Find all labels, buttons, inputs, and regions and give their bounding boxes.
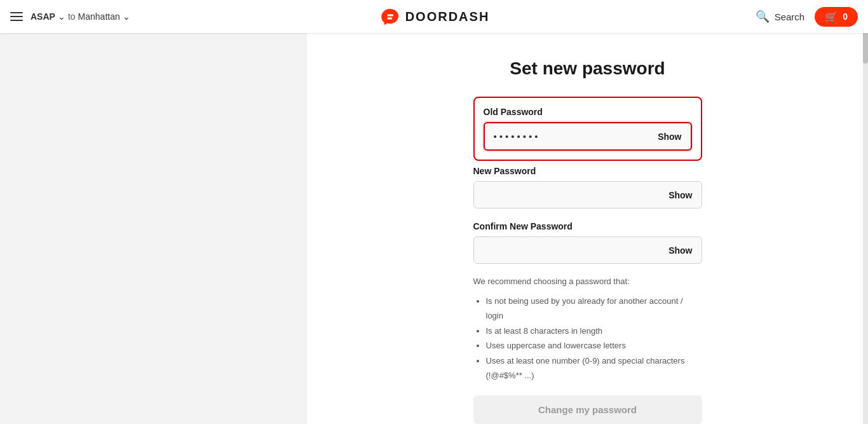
location-city-label: Manhattan xyxy=(78,11,120,22)
header-right: 🔍 Search 🛒 0 xyxy=(756,7,858,27)
list-item: Uses at least one number (0-9) and speci… xyxy=(486,353,702,383)
new-password-field-wrapper: Show xyxy=(473,181,702,209)
main-content: Set new password Old Password Show New P… xyxy=(0,33,868,424)
location-to-label: to xyxy=(68,11,76,22)
confirm-password-label: Confirm New Password xyxy=(473,221,702,231)
old-password-section: Old Password Show xyxy=(473,97,702,161)
old-password-label: Old Password xyxy=(484,107,692,117)
scrollbar-track[interactable] xyxy=(863,0,868,424)
cart-icon: 🛒 xyxy=(825,11,837,23)
form-section: Old Password Show New Password Show Conf… xyxy=(473,97,702,424)
confirm-password-group: Confirm New Password Show xyxy=(473,221,702,264)
hamburger-menu-icon[interactable] xyxy=(10,12,23,21)
header-left: ASAP ⌄ to Manhattan ⌄ xyxy=(10,11,130,22)
search-button[interactable]: 🔍 Search xyxy=(756,10,805,24)
form-panel: Set new password Old Password Show New P… xyxy=(307,33,868,424)
recommendation-list: Is not being used by you already for ano… xyxy=(473,294,702,383)
confirm-password-show-button[interactable]: Show xyxy=(660,245,701,256)
new-password-input[interactable] xyxy=(474,182,660,208)
cart-count: 0 xyxy=(843,11,848,22)
confirm-password-field-wrapper: Show xyxy=(473,236,702,264)
new-password-group: New Password Show xyxy=(473,166,702,209)
search-label: Search xyxy=(775,11,805,22)
search-icon: 🔍 xyxy=(756,10,770,24)
location-chevron-icon: ⌄ xyxy=(58,11,65,22)
recommendation-text: We recommend choosing a password that: xyxy=(473,277,702,286)
change-password-button[interactable]: Change my password xyxy=(473,395,702,424)
doordash-logo-icon xyxy=(379,8,402,25)
list-item: Is not being used by you already for ano… xyxy=(486,294,702,324)
location-selector[interactable]: ASAP ⌄ to Manhattan ⌄ xyxy=(31,11,130,22)
list-item: Is at least 8 characters in length xyxy=(486,324,702,338)
new-password-label: New Password xyxy=(473,166,702,176)
city-chevron-icon: ⌄ xyxy=(123,11,130,22)
header-logo[interactable]: DOORDASH xyxy=(379,8,490,25)
old-password-field-wrapper: Show xyxy=(484,122,692,151)
doordash-logo: DOORDASH xyxy=(379,8,490,25)
new-password-show-button[interactable]: Show xyxy=(660,190,701,200)
doordash-logo-text: DOORDASH xyxy=(405,10,490,24)
old-password-input[interactable] xyxy=(485,123,649,149)
cart-button[interactable]: 🛒 0 xyxy=(815,7,858,27)
left-panel xyxy=(0,33,307,424)
old-password-show-button[interactable]: Show xyxy=(649,132,690,142)
location-asap-label: ASAP xyxy=(31,11,55,22)
list-item: Uses uppercase and lowercase letters xyxy=(486,338,702,353)
confirm-password-input[interactable] xyxy=(474,237,660,263)
header: ASAP ⌄ to Manhattan ⌄ DOORDASH 🔍 Search … xyxy=(0,0,868,33)
page-title: Set new password xyxy=(345,58,830,79)
